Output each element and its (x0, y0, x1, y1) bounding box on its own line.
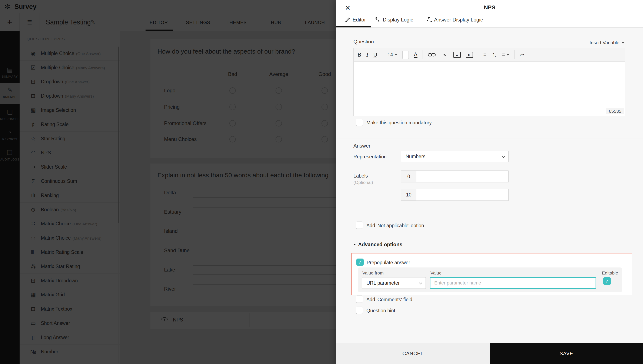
chevron-down-icon (502, 154, 505, 158)
modal-dim-overlay (0, 0, 337, 364)
caret-down-icon (354, 244, 356, 245)
label-prefix-10: 10 (401, 189, 416, 201)
question-hint-checkbox[interactable] (356, 306, 363, 314)
value-from-value: URL parameter (366, 280, 400, 286)
tab-label: Editor (353, 17, 366, 23)
text-color-button[interactable]: A (414, 52, 418, 58)
not-applicable-label: Add 'Not applicable' option (366, 223, 424, 228)
rte-toolbar: B I U 14 A ▲ ▶ ≡ ⒈ ≡ ▱ (354, 48, 625, 62)
tab-label: Display Logic (383, 17, 413, 23)
tab-label: Answer Display Logic (434, 17, 483, 23)
insert-variable-dropdown[interactable]: Insert Variable (590, 40, 624, 46)
insert-image-button[interactable]: ▲ (453, 52, 461, 58)
comments-label: Add 'Comments' field (366, 297, 412, 302)
value-from-label: Value from (362, 270, 384, 276)
mandatory-checkbox[interactable] (356, 119, 363, 126)
panel-header: ✕ NPS Editor Display Logic Answer Displa… (336, 0, 643, 28)
link-icon[interactable] (428, 52, 436, 57)
labels-label: Labels (354, 173, 368, 179)
not-applicable-checkbox[interactable] (356, 222, 363, 229)
cancel-button[interactable]: CANCEL (336, 344, 490, 364)
active-panel-tab-underline (336, 26, 371, 28)
label-row-0: 0 (401, 170, 509, 182)
nps-editor-panel: ✕ NPS Editor Display Logic Answer Displa… (336, 0, 643, 364)
toolbar-divider (514, 50, 515, 59)
align-dropdown[interactable]: ≡ (502, 52, 509, 58)
rich-text-editor: B I U 14 A ▲ ▶ ≡ ⒈ ≡ ▱ 65535 (354, 48, 625, 116)
representation-label: Representation (354, 154, 387, 160)
panel-footer: CANCEL SAVE (336, 344, 643, 364)
insert-variable-label: Insert Variable (590, 40, 619, 46)
representation-value: Numbers (406, 154, 425, 160)
bullet-list-button[interactable]: ≡ (483, 52, 487, 58)
parameter-name-input[interactable] (430, 277, 596, 289)
pencil-icon (345, 17, 351, 22)
mandatory-label: Make this question mandatory (366, 120, 432, 126)
prepopulate-checkbox[interactable]: ✓ (356, 258, 364, 266)
prepopulate-highlight-box: ✓ Prepopulate answer Value from URL para… (352, 253, 632, 295)
prepopulate-label: Prepopulate answer (367, 260, 410, 266)
chevron-down-icon (419, 281, 422, 284)
comments-checkbox[interactable] (356, 296, 363, 303)
org-chart-icon (426, 17, 432, 22)
underline-button[interactable]: U (373, 52, 377, 58)
panel-tab-display-logic[interactable]: Display Logic (375, 17, 413, 23)
unlink-icon[interactable] (441, 52, 448, 58)
toolbar-divider (382, 50, 382, 59)
chevron-down-icon (621, 42, 624, 44)
answer-heading: Answer (354, 143, 371, 149)
panel-tab-answer-display-logic[interactable]: Answer Display Logic (426, 17, 483, 23)
clear-format-button[interactable]: ▱ (520, 52, 524, 58)
label-prefix-0: 0 (401, 170, 416, 182)
background-color-button[interactable] (402, 51, 409, 59)
branch-icon (375, 17, 381, 22)
bold-button[interactable]: B (358, 52, 361, 58)
section-divider (336, 138, 643, 138)
question-text-area[interactable]: 65535 (354, 62, 625, 116)
font-size-value: 14 (388, 52, 393, 58)
editable-label: Editable (602, 270, 618, 276)
video-icon: ▶ (468, 53, 470, 56)
panel-title: NPS (336, 4, 643, 11)
editable-checkbox[interactable]: ✓ (603, 277, 611, 285)
label-input-0[interactable] (416, 170, 509, 182)
advanced-options-toggle[interactable]: Advanced options (354, 242, 402, 248)
font-size-dropdown[interactable]: 14 (388, 52, 397, 58)
italic-button[interactable]: I (366, 52, 368, 58)
save-button[interactable]: SAVE (490, 344, 643, 364)
representation-select[interactable]: Numbers (401, 151, 509, 162)
toolbar-divider (423, 50, 423, 59)
question-hint-label: Question hint (366, 308, 395, 314)
advanced-options-label: Advanced options (358, 242, 402, 248)
value-label: Value (430, 270, 442, 276)
panel-tab-editor[interactable]: Editor (345, 17, 366, 23)
chevron-down-icon (395, 54, 397, 56)
chevron-down-icon (506, 54, 509, 56)
toolbar-divider (478, 50, 478, 59)
char-counter: 65535 (606, 108, 624, 114)
insert-video-button[interactable]: ▶ (466, 52, 473, 58)
label-input-10[interactable] (416, 189, 509, 201)
numbered-list-button[interactable]: ⒈ (491, 51, 497, 58)
prepopulate-config: Value from URL parameter Value Editable … (358, 268, 622, 292)
value-from-select[interactable]: URL parameter (362, 277, 426, 289)
image-icon: ▲ (456, 53, 458, 56)
align-icon: ≡ (502, 52, 505, 58)
question-section-label: Question (354, 39, 374, 45)
label-row-10: 10 (401, 189, 509, 201)
labels-optional: (Optional) (354, 180, 373, 185)
